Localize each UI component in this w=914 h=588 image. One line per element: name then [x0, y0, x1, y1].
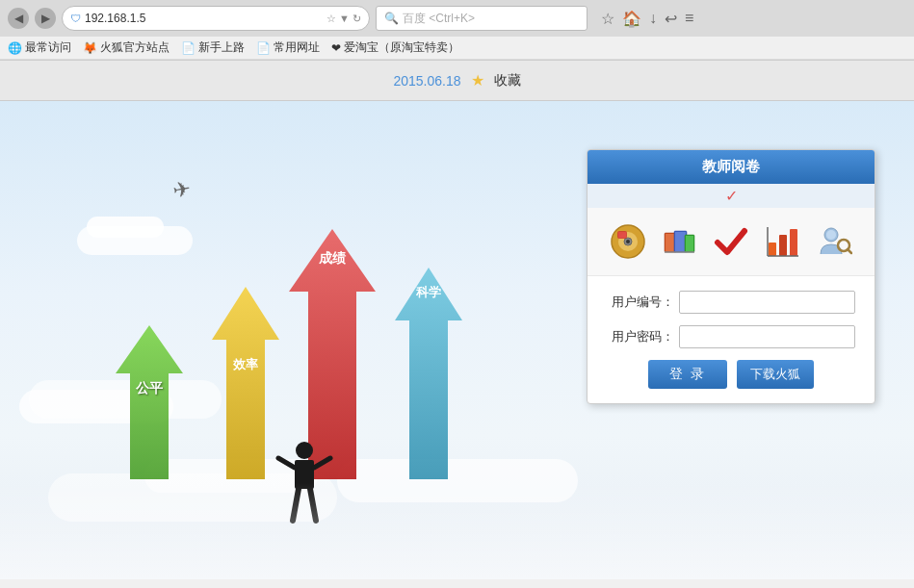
login-icon-disc[interactable]: [606, 219, 650, 264]
login-icon-user-search[interactable]: [812, 219, 856, 264]
favorite-label[interactable]: 收藏: [494, 72, 521, 89]
svg-marker-0: [116, 325, 183, 479]
security-shield-icon: 🛡: [70, 13, 81, 24]
username-row: 用户编号：: [607, 291, 855, 314]
bookmark-taobao[interactable]: ❤ 爱淘宝（原淘宝特卖）: [331, 39, 459, 56]
browser-toolbar: ◀ ▶ 🛡 192.168.1.5 ☆ ▼ ↻ 🔍 百度 <Ctrl+K> ☆ …: [0, 0, 914, 37]
bookmark-icon-1: 🦊: [83, 41, 97, 55]
login-header-arrow: ✓: [588, 184, 875, 208]
form-buttons: 登 录 下载火狐: [607, 360, 855, 389]
bookmark-label-1: 火狐官方站点: [100, 39, 170, 56]
svg-rect-25: [686, 236, 693, 251]
bookmark-icon-2: 📄: [181, 41, 196, 55]
search-icon: 🔍: [384, 12, 399, 25]
login-button[interactable]: 登 录: [648, 360, 727, 389]
login-icon-chart[interactable]: [761, 219, 805, 264]
checkmark-icon: ✓: [725, 188, 738, 204]
login-panel: 教师阅卷 ✓: [587, 149, 875, 404]
svg-rect-27: [769, 243, 776, 256]
menu-icon[interactable]: ≡: [685, 10, 693, 27]
bookmark-icon-3: 📄: [256, 41, 271, 55]
address-bar[interactable]: 🛡 192.168.1.5 ☆ ▼ ↻: [62, 6, 370, 31]
password-label: 用户密码：: [607, 328, 674, 345]
history-icon[interactable]: ↩: [665, 10, 677, 28]
login-icons-row: [588, 208, 875, 276]
home-icon[interactable]: 🏠: [622, 10, 641, 28]
bookmark-icon-4: ❤: [331, 41, 341, 55]
bookmark-label-4: 爱淘宝（原淘宝特卖）: [344, 39, 459, 56]
search-placeholder: 百度 <Ctrl+K>: [403, 11, 475, 27]
address-text: 192.168.1.5: [85, 12, 326, 25]
page-header: 2015.06.18 ★ 收藏: [0, 61, 914, 101]
page-date: 2015.06.18: [393, 73, 460, 89]
svg-point-33: [826, 230, 836, 240]
main-content: ✈ 公平 效率 成绩 科学: [0, 101, 914, 579]
svg-text:成绩: 成绩: [318, 250, 347, 266]
svg-marker-2: [212, 287, 279, 479]
forward-button[interactable]: ▶: [35, 8, 56, 29]
svg-line-10: [278, 458, 295, 468]
svg-text:效率: 效率: [232, 357, 259, 371]
bookmarks-bar: 🌐 最常访问 🦊 火狐官方站点 📄 新手上路 📄 常用网址 ❤ 爱淘宝（原淘宝特…: [0, 37, 914, 60]
favorite-star-icon: ★: [471, 71, 484, 89]
bookmark-label-2: 新手上路: [198, 39, 245, 56]
login-panel-title: 教师阅卷: [588, 150, 875, 184]
login-icon-books[interactable]: [657, 219, 701, 264]
bookmark-newbie[interactable]: 📄 新手上路: [181, 39, 245, 56]
svg-line-35: [848, 249, 851, 253]
svg-rect-23: [675, 232, 686, 251]
bookmark-most-visited[interactable]: 🌐 最常访问: [8, 39, 71, 56]
svg-line-11: [314, 458, 330, 468]
svg-point-8: [296, 442, 313, 459]
svg-point-17: [626, 240, 630, 243]
svg-rect-19: [618, 232, 626, 238]
password-row: 用户密码：: [607, 325, 855, 348]
username-label: 用户编号：: [607, 294, 674, 311]
bookmark-firefox[interactable]: 🦊 火狐官方站点: [83, 39, 170, 56]
username-input[interactable]: [679, 291, 855, 314]
toolbar-icons: ☆ 🏠 ↓ ↩ ≡: [601, 10, 693, 28]
bookmark-star-icon[interactable]: ☆: [601, 10, 614, 28]
download-icon[interactable]: ↓: [649, 10, 657, 27]
search-bar[interactable]: 🔍 百度 <Ctrl+K>: [376, 6, 588, 31]
svg-marker-6: [395, 268, 462, 479]
browser-chrome: ◀ ▶ 🛡 192.168.1.5 ☆ ▼ ↻ 🔍 百度 <Ctrl+K> ☆ …: [0, 0, 914, 61]
svg-text:公平: 公平: [135, 380, 164, 396]
download-firefox-button[interactable]: 下载火狐: [737, 360, 814, 389]
svg-rect-21: [666, 234, 675, 251]
password-input[interactable]: [679, 325, 855, 348]
bookmark-label-3: 常用网址: [274, 39, 320, 56]
svg-rect-28: [779, 235, 787, 256]
svg-rect-29: [790, 229, 797, 256]
bookmark-icon-0: 🌐: [8, 41, 22, 55]
address-bar-icons: ☆ ▼ ↻: [326, 13, 361, 25]
bookmark-common-urls[interactable]: 📄 常用网址: [256, 39, 320, 56]
ground-fog: [0, 483, 914, 579]
login-form: 用户编号： 用户密码： 登 录 下载火狐: [588, 276, 875, 403]
svg-text:科学: 科学: [415, 285, 441, 299]
bookmark-label-0: 最常访问: [25, 39, 71, 56]
login-icon-check[interactable]: [709, 219, 753, 264]
page-header-content: 2015.06.18 ★ 收藏: [393, 71, 520, 89]
back-button[interactable]: ◀: [8, 8, 29, 29]
